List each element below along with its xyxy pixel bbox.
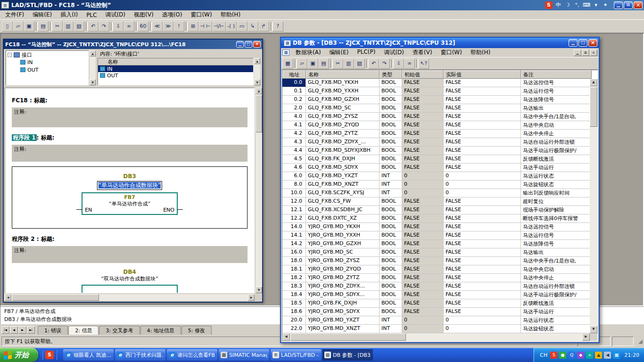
minimize-button[interactable]: ▁ (569, 39, 578, 47)
cell-address[interactable]: 18.1 (282, 265, 306, 274)
cell-type[interactable]: BOOL (380, 257, 402, 265)
monitor-button[interactable]: ∞ (124, 21, 134, 32)
cell-name[interactable]: GLQ_FXB.MD_XNZT (306, 181, 380, 189)
cell-initial-value[interactable]: FALSE (402, 274, 444, 282)
scroll-up-icon[interactable]: ▲ (90, 50, 96, 57)
cell-actual-value[interactable]: FALSE (444, 96, 521, 104)
cell-address[interactable]: 8.0 (282, 181, 306, 189)
undo-button[interactable]: ↶ (88, 21, 99, 32)
task-simatic-manager[interactable]: ▦ SIMATIC Manage... (219, 349, 269, 361)
table-row[interactable]: 4.6 GLQ_FXB.MD_SDYX BOOL FALSE FALSE 马达手… (282, 164, 590, 172)
cell-type[interactable]: BOOL (380, 96, 402, 104)
cell-actual-value[interactable]: FALSE (444, 197, 521, 206)
ime-sogou-icon[interactable]: S (545, 1, 553, 9)
menu-item[interactable]: 查看(V) (408, 48, 437, 58)
menu-item[interactable]: 帮助(H) (216, 10, 245, 20)
cell-actual-value[interactable]: FALSE (444, 104, 521, 113)
cell-comment[interactable]: 超时复位 (521, 197, 590, 206)
cell-type[interactable]: BOOL (380, 214, 402, 223)
tray-ime[interactable]: S (550, 352, 557, 359)
table-row[interactable]: 14.1 YJRO_GYB.MD_YXXH BOOL FALSE FALSE 马… (282, 231, 590, 240)
cell-initial-value[interactable]: FALSE (402, 197, 444, 206)
scrollbar-thumb[interactable] (290, 333, 406, 341)
cell-type[interactable]: BOOL (380, 282, 402, 291)
ime-tools-icon[interactable]: ✦ (602, 1, 609, 9)
cell-type[interactable]: BOOL (380, 79, 402, 87)
cell-initial-value[interactable]: FALSE (402, 214, 444, 223)
scroll-up-icon[interactable]: ▲ (254, 58, 260, 64)
cell-actual-value[interactable]: FALSE (444, 121, 521, 130)
cell-address[interactable]: 12.1 (282, 206, 306, 214)
db-horizontal-scrollbar[interactable]: ◀ ▶ (282, 333, 590, 341)
cell-comment[interactable]: 马达自动运行外部连锁 (521, 138, 590, 147)
cell-comment[interactable]: 马达中央启动 (521, 265, 590, 274)
minimize-button[interactable]: ▁ (614, 1, 623, 9)
save-button[interactable]: ▣ (24, 21, 34, 32)
tab-scroll-last[interactable]: ▶| (27, 326, 35, 334)
cell-actual-value[interactable]: FALSE (444, 164, 521, 172)
cell-type[interactable]: BOOL (380, 113, 402, 121)
cell-address[interactable]: 10.0 (282, 189, 306, 197)
maximize-button[interactable]: □ (245, 41, 252, 48)
cell-initial-value[interactable]: 0 (402, 181, 444, 189)
cell-comment[interactable]: 马达手动运行 (521, 164, 590, 172)
ime-band-icon[interactable]: ▾ (592, 1, 600, 9)
cell-comment[interactable]: 马达中央启动 (521, 121, 590, 130)
scroll-up-icon[interactable]: ▲ (590, 79, 597, 86)
cell-name[interactable]: GLQ_FXB.MD_YXXH (306, 87, 380, 96)
cell-address[interactable]: 4.6 (282, 164, 306, 172)
mdi-restore-button[interactable]: ⧉ (582, 49, 589, 56)
cell-actual-value[interactable]: FALSE (444, 265, 521, 274)
table-row[interactable]: 18.4 YJRO_GYB.MD_SDYX... BOOL FALSE FALS… (282, 291, 590, 299)
cell-comment[interactable]: 反馈断线激活 (521, 299, 590, 308)
cell-initial-value[interactable]: 0 (402, 189, 444, 197)
cell-address[interactable]: 20.0 (282, 316, 306, 325)
cell-address[interactable]: 0.0 (282, 79, 306, 87)
scroll-down-icon[interactable]: ▼ (590, 326, 597, 333)
menu-item[interactable]: 窗口(W) (186, 10, 216, 20)
cell-actual-value[interactable]: 0 (444, 325, 521, 333)
scrollbar-thumb[interactable] (590, 87, 597, 127)
cell-address[interactable]: 4.2 (282, 130, 306, 138)
table-row[interactable]: 14.2 YJRO_GYB.MD_GZXH BOOL FALSE FALSE 马… (282, 240, 590, 248)
cell-comment[interactable]: 马达旋钮状态 (521, 181, 590, 189)
separator[interactable] (293, 58, 297, 69)
cell-name[interactable]: YJRO_GYB.MD_YKXH (306, 223, 380, 231)
new-network-button[interactable]: ⊞ (188, 21, 198, 32)
close-button[interactable]: × (634, 1, 643, 9)
cell-address[interactable]: 4.1 (282, 121, 306, 130)
scrollbar-thumb[interactable] (256, 95, 262, 132)
scroll-right-icon[interactable]: ▶ (582, 333, 590, 341)
cell-type[interactable]: INT (380, 316, 402, 325)
cell-address[interactable]: 6.0 (282, 172, 306, 181)
cell-comment[interactable]: 马达旋钮状态 (521, 325, 590, 333)
block-comment[interactable]: 注释: (12, 107, 248, 127)
cell-type[interactable]: BOOL (380, 130, 402, 138)
monitor-button[interactable]: ∞ (404, 58, 415, 69)
cell-actual-value[interactable]: FALSE (444, 147, 521, 155)
separator[interactable] (49, 21, 52, 32)
undo-button[interactable]: ↶ (368, 58, 379, 69)
chinese-mode-icon[interactable]: 中 (554, 1, 562, 9)
task-siemens-forum[interactable]: e 西门子技术问题... (115, 349, 165, 361)
cell-address[interactable]: 2.0 (282, 104, 306, 113)
network-2-comment[interactable]: 注释: (12, 246, 248, 263)
start-button[interactable]: 开始 (0, 348, 38, 362)
open-button[interactable]: ▱ (13, 21, 24, 32)
network-1-label[interactable]: 程序段 1 (12, 134, 37, 141)
menu-item[interactable]: 帮助(H) (466, 48, 495, 58)
cell-comment[interactable]: 马达手动运行 (521, 308, 590, 316)
cell-comment[interactable]: 马达运行状态 (521, 316, 590, 325)
cell-comment[interactable]: 马达故障信号 (521, 240, 590, 248)
cell-name[interactable]: YJRO_GYB.MD_ZYQD (306, 265, 380, 274)
cell-address[interactable]: 14.2 (282, 240, 306, 248)
redo-button[interactable]: ↷ (379, 58, 390, 69)
network-2-header[interactable]: 程序段 2 : 标题: (12, 235, 254, 243)
view-mode-button[interactable]: ▦ (282, 58, 293, 69)
tray-green-icon[interactable]: ● (559, 352, 566, 359)
cell-initial-value[interactable]: FALSE (402, 104, 444, 113)
contact-no-button[interactable]: ⊣ ⊢ (198, 21, 212, 32)
separator[interactable] (415, 58, 418, 69)
next-error-button[interactable]: ≫ (163, 21, 173, 32)
table-row[interactable]: 12.0 GLQ_FXB.CS_FW BOOL FALSE FALSE 超时复位 (282, 197, 590, 206)
